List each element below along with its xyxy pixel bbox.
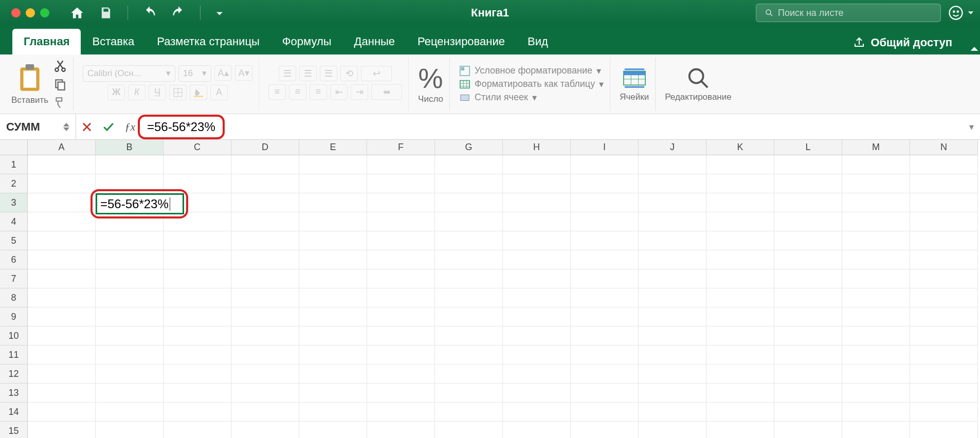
- cell[interactable]: [164, 384, 231, 403]
- decrease-indent-icon[interactable]: ⇤: [330, 84, 348, 100]
- cell[interactable]: [706, 384, 774, 403]
- cell[interactable]: [571, 307, 639, 326]
- underline-button[interactable]: Ч: [149, 85, 166, 100]
- column-header[interactable]: A: [28, 140, 96, 155]
- cell[interactable]: [571, 174, 639, 193]
- cell[interactable]: [774, 231, 842, 250]
- cell[interactable]: [503, 193, 571, 212]
- cell[interactable]: [774, 326, 842, 345]
- cell[interactable]: [231, 307, 299, 326]
- cell[interactable]: [96, 174, 164, 193]
- cell[interactable]: [435, 212, 503, 231]
- cell[interactable]: [571, 403, 639, 422]
- cell[interactable]: [96, 212, 164, 231]
- feedback-icon[interactable]: [948, 5, 964, 21]
- cell[interactable]: [435, 193, 503, 212]
- font-color-icon[interactable]: A: [210, 85, 228, 100]
- cell[interactable]: [164, 345, 231, 364]
- cell[interactable]: [571, 384, 639, 403]
- cell[interactable]: [910, 364, 978, 384]
- tab-data[interactable]: Данные: [343, 29, 406, 54]
- cell[interactable]: [299, 193, 367, 212]
- cell[interactable]: [910, 345, 978, 364]
- cell[interactable]: [842, 364, 910, 384]
- cell[interactable]: [774, 403, 842, 422]
- cell[interactable]: [96, 326, 164, 345]
- cell[interactable]: [96, 307, 164, 326]
- cell[interactable]: [367, 212, 435, 231]
- cell[interactable]: [435, 269, 503, 288]
- cell[interactable]: [96, 345, 164, 364]
- orientation-icon[interactable]: ⟲: [340, 66, 358, 81]
- align-right-icon[interactable]: ≡: [310, 84, 327, 100]
- cell[interactable]: [231, 269, 299, 288]
- cell[interactable]: [299, 212, 367, 231]
- cell[interactable]: [503, 307, 571, 326]
- cell[interactable]: [842, 174, 910, 193]
- cell[interactable]: [231, 326, 299, 345]
- cell[interactable]: [842, 288, 910, 307]
- cell[interactable]: [367, 155, 435, 174]
- font-name-select[interactable]: Calibri (Осн...▾: [83, 65, 175, 82]
- cell[interactable]: [774, 345, 842, 364]
- cut-icon[interactable]: [53, 59, 67, 72]
- cell[interactable]: [503, 212, 571, 231]
- tab-page-layout[interactable]: Разметка страницы: [146, 29, 271, 54]
- cell[interactable]: [231, 384, 299, 403]
- expand-formula-bar-icon[interactable]: ▾: [963, 121, 980, 133]
- cell[interactable]: [231, 231, 299, 250]
- tab-home[interactable]: Главная: [12, 29, 81, 54]
- cell[interactable]: [435, 403, 503, 422]
- cell[interactable]: [639, 193, 706, 212]
- cell[interactable]: [435, 422, 503, 438]
- cell-styles-button[interactable]: Стили ячеек▾: [459, 92, 537, 103]
- customize-qat-icon[interactable]: [215, 6, 224, 20]
- cell[interactable]: [367, 326, 435, 345]
- column-header[interactable]: I: [571, 140, 639, 155]
- copy-icon[interactable]: [53, 78, 67, 91]
- find-icon[interactable]: [686, 66, 710, 90]
- row-header[interactable]: 8: [0, 288, 28, 307]
- percent-icon[interactable]: %: [419, 64, 443, 92]
- cell[interactable]: [28, 250, 96, 269]
- cell[interactable]: [299, 384, 367, 403]
- name-box-stepper[interactable]: [63, 123, 69, 131]
- cell[interactable]: [299, 288, 367, 307]
- active-cell[interactable]: =56-56*23%: [96, 193, 184, 214]
- cell[interactable]: [910, 403, 978, 422]
- cell[interactable]: [706, 288, 774, 307]
- cell[interactable]: [367, 193, 435, 212]
- column-header[interactable]: E: [299, 140, 367, 155]
- cell[interactable]: [96, 384, 164, 403]
- cell[interactable]: [28, 403, 96, 422]
- insert-function-button[interactable]: ƒx: [119, 114, 141, 139]
- cell[interactable]: [910, 250, 978, 269]
- sheet-search[interactable]: [756, 4, 941, 22]
- cell[interactable]: [164, 364, 231, 384]
- cell[interactable]: [571, 326, 639, 345]
- cell[interactable]: [910, 212, 978, 231]
- increase-indent-icon[interactable]: ⇥: [351, 84, 368, 100]
- column-header[interactable]: B: [96, 140, 164, 155]
- cell[interactable]: [28, 288, 96, 307]
- cell[interactable]: [164, 403, 231, 422]
- cell[interactable]: [639, 174, 706, 193]
- row-header[interactable]: 5: [0, 231, 28, 250]
- name-box[interactable]: СУММ: [0, 114, 76, 139]
- column-header[interactable]: N: [910, 140, 978, 155]
- cell[interactable]: [28, 193, 96, 212]
- save-icon[interactable]: [99, 6, 113, 20]
- wrap-text-icon[interactable]: ↩: [361, 66, 392, 81]
- cell[interactable]: [299, 269, 367, 288]
- cell[interactable]: [910, 155, 978, 174]
- column-header[interactable]: D: [231, 140, 299, 155]
- cell[interactable]: [231, 193, 299, 212]
- format-as-table-button[interactable]: Форматировать как таблицу▾: [459, 79, 604, 90]
- column-header[interactable]: J: [639, 140, 706, 155]
- cell[interactable]: [28, 307, 96, 326]
- cell[interactable]: [910, 269, 978, 288]
- cell[interactable]: [910, 231, 978, 250]
- column-header[interactable]: F: [367, 140, 435, 155]
- row-header[interactable]: 1: [0, 155, 28, 174]
- cell[interactable]: [96, 403, 164, 422]
